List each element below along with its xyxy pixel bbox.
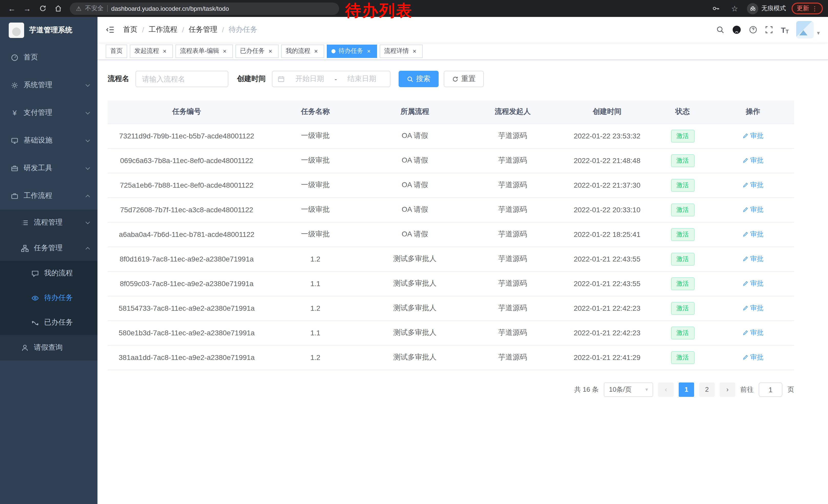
approve-link[interactable]: 审批	[742, 230, 763, 239]
tab-home[interactable]: 首页	[106, 44, 127, 58]
font-size-icon[interactable]: TT	[781, 26, 789, 34]
tab-done-task[interactable]: 已办任务 ×	[236, 44, 279, 58]
sidebar-item-home[interactable]: 首页	[0, 44, 97, 71]
update-button[interactable]: 更新 ⋮	[792, 3, 823, 14]
gear-icon	[10, 81, 19, 89]
security-label[interactable]: 不安全	[85, 4, 104, 13]
cell-starter: 芋道源码	[464, 197, 561, 222]
approve-link[interactable]: 审批	[742, 304, 763, 313]
sidebar-item-system[interactable]: 系统管理	[0, 71, 97, 99]
close-icon[interactable]: ×	[161, 47, 168, 55]
password-key-icon[interactable]	[709, 2, 722, 15]
cell-create-time: 2022-01-22 21:48:48	[561, 148, 653, 173]
status-badge: 激活	[671, 351, 694, 364]
chevron-down-icon	[85, 138, 90, 143]
avatar-caret-icon[interactable]: ▾	[817, 30, 820, 36]
approve-link[interactable]: 审批	[742, 131, 763, 140]
sidebar-item-task-mgmt[interactable]: 任务管理	[0, 235, 97, 261]
page-size-value: 10条/页	[609, 385, 631, 394]
breadcrumb-separator: /	[182, 26, 184, 34]
warning-icon: ⚠	[76, 5, 82, 12]
approve-link[interactable]: 审批	[742, 254, 763, 264]
close-icon[interactable]: ×	[313, 47, 320, 55]
sidebar-label: 首页	[24, 53, 38, 62]
sidebar-item-process-mgmt[interactable]: 流程管理	[0, 210, 97, 235]
cell-task-id: 069c6a63-7b8a-11ec-8ef0-acde48001122	[108, 148, 265, 173]
col-starter: 流程发起人	[464, 100, 561, 124]
approve-link[interactable]: 审批	[742, 328, 763, 337]
approve-link[interactable]: 审批	[742, 156, 763, 165]
page-url[interactable]: dashboard.yudao.iocoder.cn/bpm/task/todo	[111, 5, 229, 12]
tab-my-process[interactable]: 我的流程 ×	[281, 44, 324, 58]
sidebar-collapse-icon[interactable]	[106, 25, 115, 34]
tab-process-detail[interactable]: 流程详情 ×	[380, 44, 423, 58]
close-icon[interactable]: ×	[267, 47, 274, 55]
approve-label: 审批	[750, 180, 763, 190]
chat-icon	[31, 269, 40, 277]
chevron-down-icon	[85, 166, 90, 171]
table-row: 8f0d1619-7ac8-11ec-a9e2-a2380e71991a 1.2…	[108, 246, 794, 271]
approve-link[interactable]: 审批	[742, 353, 763, 362]
close-icon[interactable]: ×	[365, 47, 372, 55]
sidebar-item-done-task[interactable]: 已办任务	[0, 310, 97, 335]
browser-forward-icon[interactable]: →	[20, 2, 34, 15]
approve-link[interactable]: 审批	[742, 279, 763, 288]
page-button-1[interactable]: 1	[679, 382, 694, 397]
cell-process: OA 请假	[365, 173, 464, 197]
approve-label: 审批	[750, 353, 763, 362]
cell-task-name: 一级审批	[265, 148, 365, 173]
app-logo-row[interactable]: 芋道管理系统	[0, 17, 97, 44]
address-bar[interactable]: ⚠ 不安全 dashboard.yudao.iocoder.cn/bpm/tas…	[70, 2, 339, 15]
sidebar-item-workflow[interactable]: 工作流程	[0, 182, 97, 210]
font-size-large: T	[781, 26, 785, 34]
tab-label: 已办任务	[240, 47, 265, 55]
breadcrumb-task-mgmt[interactable]: 任务管理	[189, 25, 217, 34]
prev-page-button[interactable]: ‹	[658, 382, 673, 397]
browser-back-icon[interactable]: ←	[5, 2, 18, 15]
approve-link[interactable]: 审批	[742, 205, 763, 214]
close-icon[interactable]: ×	[221, 47, 228, 55]
search-button[interactable]: 搜索	[399, 71, 439, 87]
bookmark-star-icon[interactable]: ☆	[728, 2, 741, 15]
help-icon[interactable]	[749, 26, 757, 34]
tab-start-process[interactable]: 发起流程 ×	[130, 44, 173, 58]
status-badge: 激活	[671, 253, 694, 265]
reset-button[interactable]: 重置	[444, 71, 484, 87]
tab-todo-task[interactable]: 待办任务 ×	[327, 44, 377, 58]
col-task-id: 任务编号	[108, 100, 265, 124]
sidebar-item-leave-query[interactable]: 请假查询	[0, 335, 97, 360]
close-icon[interactable]: ×	[411, 47, 418, 55]
cell-process: OA 请假	[365, 222, 464, 246]
sidebar-item-todo-task[interactable]: 待办任务	[0, 286, 97, 310]
cell-task-name: 1.1	[265, 271, 365, 296]
todo-task-table: 任务编号 任务名称 所属流程 流程发起人 创建时间 状态 操作 73211d9d…	[108, 100, 794, 370]
sidebar-item-dev[interactable]: 研发工具	[0, 154, 97, 182]
browser-menu-icon[interactable]: ⋮	[812, 5, 818, 12]
approve-label: 审批	[750, 304, 763, 313]
cell-create-time: 2022-01-21 22:41:29	[561, 345, 653, 370]
search-icon[interactable]	[716, 26, 724, 34]
page-button-2[interactable]: 2	[699, 382, 715, 397]
process-name-input[interactable]	[135, 71, 228, 87]
tab-form-edit[interactable]: 流程表单-编辑 ×	[175, 44, 233, 58]
sidebar-item-pay[interactable]: ¥ 支付管理	[0, 99, 97, 127]
breadcrumb-workflow[interactable]: 工作流程	[149, 25, 177, 34]
browser-home-icon[interactable]	[51, 2, 65, 15]
next-page-button[interactable]: ›	[720, 382, 735, 397]
filter-bar: 流程名 创建时间 开始日期 - 结束日期 搜索	[108, 71, 794, 87]
github-icon[interactable]	[732, 25, 741, 34]
date-range-picker[interactable]: 开始日期 - 结束日期	[272, 71, 390, 87]
breadcrumb-separator: /	[142, 26, 144, 34]
page-size-select[interactable]: 10条/页 ▾	[604, 382, 653, 397]
cell-task-id: 58154733-7ac8-11ec-a9e2-a2380e71991a	[108, 296, 265, 320]
user-avatar[interactable]	[796, 21, 814, 39]
tab-label: 首页	[110, 47, 123, 55]
sidebar-item-infra[interactable]: 基础设施	[0, 127, 97, 154]
sidebar-item-my-process[interactable]: 我的流程	[0, 261, 97, 286]
browser-reload-icon[interactable]	[36, 2, 49, 15]
goto-page-input[interactable]	[759, 382, 782, 397]
breadcrumb-home[interactable]: 首页	[123, 25, 137, 34]
fullscreen-icon[interactable]	[765, 26, 773, 34]
tab-label: 待办任务	[339, 47, 363, 55]
approve-link[interactable]: 审批	[742, 180, 763, 190]
